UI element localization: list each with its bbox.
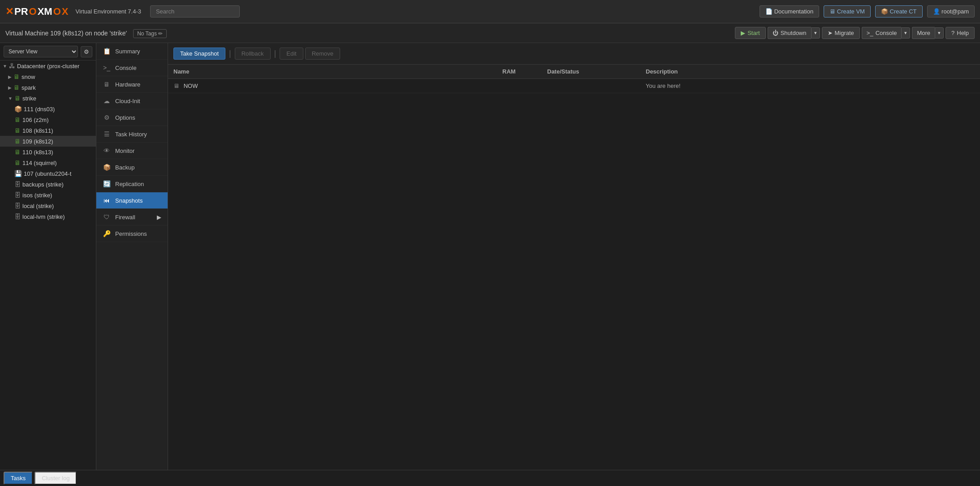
- spark-expand-icon: ▶: [8, 85, 12, 90]
- vm-114-icon: 🖥: [14, 159, 21, 166]
- logo-o1: O: [29, 6, 37, 17]
- nav-item-backup[interactable]: 📦 Backup: [96, 159, 168, 176]
- nav-item-task-history[interactable]: ☰ Task History: [96, 126, 168, 143]
- separator-2: |: [274, 49, 276, 58]
- create-ct-button[interactable]: 📦 Create CT: [875, 5, 923, 17]
- summary-icon: 📋: [103, 48, 111, 55]
- console-button[interactable]: >_ Console: [862, 27, 902, 39]
- vm-110-icon: 🖥: [14, 148, 21, 156]
- console-dropdown-arrow[interactable]: ▾: [901, 27, 910, 39]
- snapshot-table: Name RAM Date/Status Description 🖥 NOW Y…: [168, 65, 980, 470]
- documentation-button[interactable]: 📄 Documentation: [760, 5, 819, 17]
- tasks-tab[interactable]: Tasks: [4, 472, 33, 485]
- console-icon: >_: [867, 30, 873, 36]
- vm-109-icon: 🖥: [14, 138, 21, 145]
- nav-item-hardware[interactable]: 🖥 Hardware: [96, 76, 168, 93]
- task-history-icon: ☰: [103, 130, 111, 138]
- local-lvm-label: local-lvm (strike): [22, 213, 65, 220]
- topbar: ✕ PR O XM O X Virtual Environment 7.4-3 …: [0, 0, 980, 23]
- tree-vm-106[interactable]: 🖥 106 (z2m): [0, 114, 96, 125]
- tree-node-spark[interactable]: ▶ 🖥 spark: [0, 82, 96, 93]
- tree-vm-107[interactable]: 💾 107 (ubuntu2204-t: [0, 168, 96, 179]
- nav-item-snapshots[interactable]: ⏮ Snapshots: [96, 192, 168, 209]
- spark-node-icon: 🖥: [13, 84, 20, 91]
- vm-107-label: 107 (ubuntu2204-t: [24, 170, 71, 177]
- tree-vm-108[interactable]: 🖥 108 (k8s11): [0, 125, 96, 136]
- strike-label: strike: [22, 95, 36, 102]
- datacenter-expand-icon: ▼: [3, 64, 7, 69]
- table-header: Name RAM Date/Status Description: [168, 65, 980, 79]
- bottom-bar: Tasks Cluster log: [0, 470, 980, 486]
- spark-label: spark: [22, 84, 36, 91]
- hardware-icon: 🖥: [103, 81, 111, 88]
- migrate-button[interactable]: ➤ Migrate: [822, 27, 860, 39]
- vm-106-icon: 🖥: [14, 116, 21, 123]
- vm-nav: 📋 Summary >_ Console 🖥 Hardware ☁ Cloud-…: [96, 43, 168, 470]
- isos-icon: 🗄: [14, 191, 21, 199]
- row-name: 🖥 NOW: [173, 82, 502, 89]
- nav-item-options[interactable]: ⚙ Options: [96, 109, 168, 126]
- nav-item-console[interactable]: >_ Console: [96, 60, 168, 76]
- take-snapshot-button[interactable]: Take Snapshot: [173, 48, 225, 60]
- tree-storage-local-lvm[interactable]: 🗄 local-lvm (strike): [0, 211, 96, 222]
- no-tags-badge[interactable]: No Tags ✏: [133, 29, 167, 38]
- tree-vm-114[interactable]: 🖥 114 (squirrel): [0, 157, 96, 168]
- vm-108-icon: 🖥: [14, 127, 21, 134]
- col-date-status: Date/Status: [547, 68, 646, 75]
- app-version: Virtual Environment 7.4-3: [76, 8, 141, 15]
- server-view-select[interactable]: Server View: [4, 46, 78, 57]
- firewall-arrow-icon: ▶: [157, 214, 161, 221]
- tree-storage-isos[interactable]: 🗄 isos (strike): [0, 190, 96, 200]
- nav-monitor-label: Monitor: [115, 148, 134, 154]
- tree-storage-local[interactable]: 🗄 local (strike): [0, 200, 96, 211]
- nav-console-label: Console: [115, 65, 137, 71]
- snow-expand-icon: ▶: [8, 74, 12, 79]
- tree-vm-111[interactable]: 📦 111 (dns03): [0, 104, 96, 114]
- nav-item-permissions[interactable]: 🔑 Permissions: [96, 226, 168, 242]
- tree-vm-110[interactable]: 🖥 110 (k8s13): [0, 147, 96, 157]
- nav-replication-label: Replication: [115, 181, 144, 187]
- row-description: You are here!: [646, 82, 975, 89]
- backup-icon: 📦: [103, 164, 111, 171]
- more-btn-group: More ▾: [912, 27, 944, 39]
- shutdown-dropdown-arrow[interactable]: ▾: [811, 27, 820, 39]
- monitor-row-icon: 🖥: [173, 82, 179, 89]
- snapshots-icon: ⏮: [103, 197, 111, 204]
- tree-node-strike[interactable]: ▼ 🖥 strike: [0, 93, 96, 104]
- user-button[interactable]: 👤 root@pam: [927, 5, 975, 17]
- shutdown-button[interactable]: ⏻ Shutdown: [768, 27, 811, 39]
- vm-108-label: 108 (k8s11): [22, 127, 53, 134]
- tree-vm-109[interactable]: 🖥 109 (k8s12): [0, 136, 96, 147]
- sidebar: Server View ⚙ ▼ 🖧 Datacenter (prox-clust…: [0, 43, 96, 470]
- cluster-log-tab[interactable]: Cluster log: [35, 472, 77, 485]
- snow-node-icon: 🖥: [13, 73, 20, 80]
- nav-item-monitor[interactable]: 👁 Monitor: [96, 143, 168, 159]
- nav-item-cloud-init[interactable]: ☁ Cloud-Init: [96, 93, 168, 109]
- tree-node-snow[interactable]: ▶ 🖥 snow: [0, 71, 96, 82]
- logo-text: PR: [14, 6, 28, 17]
- nav-item-replication[interactable]: 🔄 Replication: [96, 176, 168, 192]
- col-name: Name: [173, 68, 502, 75]
- vm-110-label: 110 (k8s13): [22, 149, 53, 156]
- separator-1: |: [229, 49, 231, 58]
- snapshot-toolbar: Take Snapshot | Rollback | Edit Remove: [168, 43, 980, 65]
- permissions-icon: 🔑: [103, 230, 111, 237]
- sidebar-gear-button[interactable]: ⚙: [81, 46, 92, 57]
- nav-item-firewall[interactable]: 🛡 Firewall ▶: [96, 209, 168, 226]
- console-nav-icon: >_: [103, 64, 111, 71]
- tree-datacenter[interactable]: ▼ 🖧 Datacenter (prox-cluster: [0, 61, 96, 71]
- tree-storage-backups[interactable]: 🗄 backups (strike): [0, 179, 96, 190]
- table-row[interactable]: 🖥 NOW You are here!: [168, 79, 980, 93]
- sidebar-header: Server View ⚙: [0, 43, 96, 61]
- more-button[interactable]: More: [912, 27, 935, 39]
- col-description: Description: [646, 68, 975, 75]
- main-layout: Server View ⚙ ▼ 🖧 Datacenter (prox-clust…: [0, 43, 980, 470]
- create-vm-button[interactable]: 🖥 Create VM: [824, 5, 871, 17]
- nav-summary-label: Summary: [115, 48, 140, 55]
- search-input[interactable]: [150, 5, 240, 17]
- start-button[interactable]: ▶ Start: [735, 27, 765, 39]
- more-dropdown-arrow[interactable]: ▾: [935, 27, 944, 39]
- nav-item-summary[interactable]: 📋 Summary: [96, 43, 168, 60]
- help-button[interactable]: ? Help: [945, 27, 975, 39]
- nav-permissions-label: Permissions: [115, 230, 147, 237]
